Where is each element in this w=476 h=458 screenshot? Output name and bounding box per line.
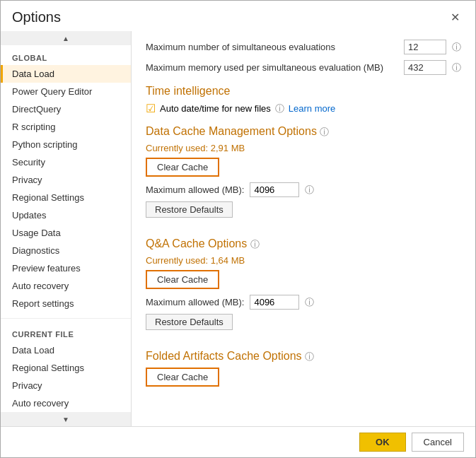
sidebar-item-auto-recovery[interactable]: Auto recovery — [1, 277, 131, 295]
memory-label: Maximum memory used per simultaneous eva… — [146, 62, 398, 73]
sidebar-item-cf-privacy[interactable]: Privacy — [1, 377, 131, 394]
current-file-section-label: CURRENT FILE — [1, 324, 131, 341]
dialog-header: Options ✕ — [1, 1, 475, 31]
sidebar: ▲ GLOBAL Data Load Power Query Editor Di… — [1, 31, 132, 426]
sidebar-item-security[interactable]: Security — [1, 153, 131, 171]
checkbox-checked-icon: ☑ — [146, 102, 156, 115]
qa-cache-restore-button[interactable]: Restore Defaults — [146, 314, 233, 330]
folded-cache-info-icon: ⓘ — [305, 351, 314, 362]
sidebar-item-cf-auto-recovery[interactable]: Auto recovery — [1, 394, 131, 412]
main-content: Maximum number of simultaneous evaluatio… — [132, 31, 475, 426]
sidebar-item-cf-regional-settings[interactable]: Regional Settings — [1, 359, 131, 377]
dialog-title: Options — [12, 9, 61, 25]
qa-cache-info-icon: ⓘ — [250, 239, 260, 249]
qa-cache-used: Currently used: 1,64 MB — [146, 255, 461, 266]
qa-cache-heading-text: Q&A Cache Options — [146, 237, 247, 249]
auto-date-row: ☑ Auto date/time for new files ⓘ Learn m… — [146, 102, 461, 115]
data-cache-max-info-icon: ⓘ — [305, 184, 314, 196]
time-intelligence-heading: Time intelligence — [146, 85, 461, 98]
data-cache-heading-text: Data Cache Management Options — [146, 125, 317, 137]
memory-row: Maximum memory used per simultaneous eva… — [146, 60, 461, 75]
folded-cache-heading: Folded Artifacts Cache Options ⓘ — [146, 350, 461, 363]
data-cache-info-icon: ⓘ — [320, 127, 329, 137]
sidebar-scroll-down[interactable]: ▼ — [1, 412, 131, 426]
sidebar-item-cf-data-load[interactable]: Data Load — [1, 341, 131, 359]
data-cache-used: Currently used: 2,91 MB — [146, 143, 461, 153]
eval-input[interactable] — [404, 40, 446, 54]
sidebar-item-diagnostics[interactable]: Diagnostics — [1, 242, 131, 259]
dialog-footer: OK Cancel — [1, 426, 475, 457]
main-scroll-area: Maximum number of simultaneous evaluatio… — [132, 31, 475, 426]
sidebar-item-power-query-editor[interactable]: Power Query Editor — [1, 83, 131, 100]
eval-info-icon: ⓘ — [452, 41, 461, 54]
memory-input[interactable] — [404, 60, 446, 75]
data-cache-max-row: Maximum allowed (MB): ⓘ — [146, 182, 461, 197]
data-cache-heading: Data Cache Management Options ⓘ — [146, 125, 461, 139]
learn-more-link[interactable]: Learn more — [289, 103, 335, 114]
sidebar-item-privacy[interactable]: Privacy — [1, 171, 131, 189]
global-section-label: GLOBAL — [1, 48, 131, 65]
sidebar-item-report-settings[interactable]: Report settings — [1, 295, 131, 312]
sidebar-item-data-load[interactable]: Data Load — [1, 65, 131, 83]
sidebar-scroll-area: GLOBAL Data Load Power Query Editor Dire… — [1, 45, 131, 412]
qa-cache-max-label: Maximum allowed (MB): — [146, 297, 244, 307]
data-cache-max-label: Maximum allowed (MB): — [146, 184, 244, 195]
ok-button[interactable]: OK — [359, 433, 406, 452]
qa-cache-heading: Q&A Cache Options ⓘ — [146, 237, 461, 251]
sidebar-item-r-scripting[interactable]: R scripting — [1, 118, 131, 136]
data-cache-clear-button[interactable]: Clear Cache — [146, 158, 219, 177]
sidebar-item-directquery[interactable]: DirectQuery — [1, 100, 131, 118]
dialog-body: ▲ GLOBAL Data Load Power Query Editor Di… — [1, 31, 475, 426]
sidebar-scroll-up[interactable]: ▲ — [1, 31, 131, 45]
qa-cache-max-row: Maximum allowed (MB): ⓘ — [146, 295, 461, 310]
qa-cache-clear-button[interactable]: Clear Cache — [146, 270, 219, 289]
sidebar-item-updates[interactable]: Updates — [1, 206, 131, 224]
qa-cache-max-input[interactable] — [250, 295, 299, 310]
options-dialog: Options ✕ ▲ GLOBAL Data Load Power Query… — [0, 0, 476, 458]
memory-info-icon: ⓘ — [452, 61, 461, 74]
sidebar-item-regional-settings[interactable]: Regional Settings — [1, 189, 131, 206]
folded-cache-heading-text: Folded Artifacts Cache Options — [146, 350, 302, 362]
auto-date-label: Auto date/time for new files — [160, 103, 271, 114]
eval-row: Maximum number of simultaneous evaluatio… — [146, 40, 461, 54]
cancel-button[interactable]: Cancel — [412, 433, 464, 452]
auto-date-info-icon: ⓘ — [275, 102, 284, 115]
sidebar-item-usage-data[interactable]: Usage Data — [1, 224, 131, 242]
sidebar-item-preview-features[interactable]: Preview features — [1, 259, 131, 277]
data-cache-restore-button[interactable]: Restore Defaults — [146, 201, 233, 218]
folded-cache-clear-button[interactable]: Clear Cache — [146, 368, 219, 387]
qa-cache-max-info-icon: ⓘ — [305, 296, 314, 309]
sidebar-item-python-scripting[interactable]: Python scripting — [1, 136, 131, 153]
close-button[interactable]: ✕ — [446, 11, 464, 25]
data-cache-max-input[interactable] — [250, 182, 299, 197]
eval-label: Maximum number of simultaneous evaluatio… — [146, 42, 398, 52]
